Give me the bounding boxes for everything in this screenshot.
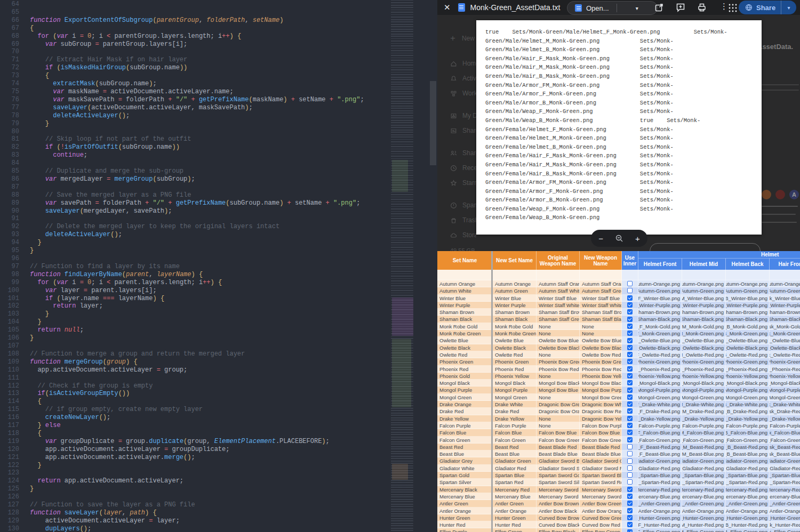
code-line[interactable]: 97// Function to find a layer by its nam… bbox=[0, 263, 391, 271]
cell[interactable]: Owlette Blue bbox=[437, 337, 493, 344]
cell[interactable]: Gladiator Sword Red bbox=[580, 465, 622, 472]
cell[interactable]: Hair_F_Mask_Gladiator-Green.png bbox=[770, 457, 800, 464]
cell[interactable]: Helmet_B_Beast-Red.png bbox=[726, 444, 770, 450]
cell[interactable]: Owlette Bow Red bbox=[580, 351, 622, 358]
cell[interactable]: Mongol Purple bbox=[493, 386, 537, 393]
code-line[interactable]: 128function saveLayer(layer, path) { bbox=[0, 509, 391, 517]
cell[interactable]: Antler Bow Orange bbox=[580, 507, 622, 514]
code-line[interactable]: 123 bbox=[0, 469, 391, 477]
cell[interactable]: Curved Bow Red bbox=[580, 521, 622, 528]
print-button[interactable] bbox=[697, 2, 707, 13]
add-comment-button[interactable] bbox=[675, 2, 686, 13]
cell[interactable]: Curved Bow Black bbox=[537, 521, 580, 528]
sidebar-item-my-drive[interactable]: My Drive bbox=[437, 112, 476, 119]
cell[interactable]: Helmet_B_Gladiator-Red.png bbox=[726, 465, 770, 472]
cell[interactable]: Helmet_B_Autumn-Green.png bbox=[726, 287, 770, 294]
cell[interactable]: None bbox=[537, 323, 580, 330]
use-inner-checkbox[interactable] bbox=[627, 494, 633, 499]
cell[interactable]: Curved Bow Brown bbox=[537, 514, 580, 521]
use-inner-checkbox[interactable] bbox=[627, 317, 633, 322]
code-line[interactable]: 86 var mergedLayer = mergeGroup(subGroup… bbox=[0, 175, 391, 183]
cell[interactable]: Hair_F_Mask_Drake-Red.png bbox=[770, 408, 800, 415]
code-line[interactable]: 100 var layer = parent.layers[i]; bbox=[0, 287, 391, 295]
code-line[interactable]: 119 var groupDuplicate = group.duplicate… bbox=[0, 438, 391, 446]
cell[interactable]: Spartan Red bbox=[493, 479, 537, 486]
cell[interactable]: Hair_F_Mask_Drake-White.png bbox=[770, 401, 800, 408]
cell[interactable]: Spartan Sword Silver bbox=[537, 479, 580, 486]
cell[interactable]: Hair_F_Mask_Drake-Yellow.png bbox=[770, 415, 800, 422]
sidebar-item-home[interactable]: Home bbox=[437, 60, 476, 67]
cell[interactable]: Phoenix Red bbox=[493, 366, 537, 373]
cell[interactable]: Hair_F_Mask_Mongol-Green.png bbox=[770, 394, 800, 401]
cell[interactable]: Helmet_M_Shaman-Black.png bbox=[682, 316, 726, 323]
cell[interactable]: Helmet_M_Antler-Orange.png bbox=[682, 507, 726, 514]
cell[interactable]: Owlette Bow Black bbox=[537, 344, 580, 351]
cell[interactable]: Helmet_F_Hunter-Green.png bbox=[638, 514, 682, 521]
code-line[interactable]: 76 var maskSavePath = folderPath + "/" +… bbox=[0, 96, 391, 104]
code-line[interactable]: 71 // Extract Hair Mask if on hair layer bbox=[0, 56, 391, 64]
code-line[interactable]: 83 continue; bbox=[0, 151, 391, 159]
cell[interactable]: Hair_F_Mask_Spartan-Blue.png bbox=[770, 472, 800, 479]
use-inner-checkbox[interactable] bbox=[627, 352, 633, 357]
cell[interactable]: Monk Robe Gold bbox=[493, 323, 537, 330]
cell[interactable]: Mongol Bow Blue bbox=[537, 386, 580, 393]
cell[interactable]: Helmet_B_Phoenix-Red.png bbox=[726, 366, 770, 373]
cell[interactable]: Hair_F_Mask_Phoenix-Red.png bbox=[770, 366, 800, 373]
cell[interactable]: Hair_F_Mask_Shaman-Brown.png bbox=[770, 309, 800, 316]
cell[interactable]: Phoenix Bow Red bbox=[537, 366, 580, 373]
cell[interactable] bbox=[726, 270, 770, 280]
cell[interactable]: Helmet_B_Winter-Blue.png bbox=[726, 295, 770, 302]
cell[interactable]: Mercenary Red bbox=[493, 486, 537, 493]
cell[interactable]: Shaman Black bbox=[493, 316, 537, 323]
code-line[interactable]: 66function ExportContentOfSubgroup(paren… bbox=[0, 17, 391, 25]
sidebar-item-storage[interactable]: Storage bbox=[437, 231, 476, 239]
cell[interactable]: Helmet_B_Monk-Gold.png bbox=[726, 323, 770, 330]
cell[interactable]: Helmet_F_Owlette-Blue.png bbox=[638, 337, 682, 344]
cell[interactable]: Helmet_M_Drake-Yellow.png bbox=[682, 415, 726, 422]
use-inner-checkbox[interactable] bbox=[627, 288, 633, 293]
cell[interactable]: Winter Staff Blue bbox=[580, 295, 622, 302]
cell[interactable] bbox=[682, 270, 726, 280]
cell[interactable]: Helmet_F_Elfen-Green.png bbox=[638, 528, 682, 532]
code-line[interactable]: 85 // Duplicate and merge the sub-group bbox=[0, 167, 391, 175]
cell[interactable]: Spartan Sword Gold bbox=[537, 472, 580, 479]
code-line[interactable]: 69 var subGroup = parentGroup.layers[i]; bbox=[0, 41, 391, 49]
share-dropdown-icon[interactable]: ▾ bbox=[781, 5, 796, 11]
cell[interactable] bbox=[437, 270, 493, 280]
use-inner-checkbox[interactable] bbox=[627, 388, 633, 393]
cell[interactable]: Helmet_B_Drake-Yellow.png bbox=[726, 415, 770, 422]
use-inner-checkbox[interactable] bbox=[627, 487, 633, 492]
code-line[interactable]: 104 } bbox=[0, 318, 391, 326]
cell[interactable]: Phoenix Bow Yellow bbox=[580, 373, 622, 380]
cell[interactable]: Helmet_F_Phoenix-Red.png bbox=[638, 366, 682, 373]
cell[interactable] bbox=[493, 270, 537, 280]
cell[interactable]: Hair_F_Mask_Phoenix-Green.png bbox=[770, 358, 800, 365]
use-inner-checkbox[interactable] bbox=[627, 408, 633, 414]
frozen-pane-divider[interactable] bbox=[491, 251, 493, 532]
code-line[interactable]: 89 var savePath = folderPath + "/" + get… bbox=[0, 199, 391, 207]
cell[interactable]: Helmet_M_Monk-Gold.png bbox=[682, 323, 726, 330]
cell[interactable]: Phoenix Green bbox=[493, 358, 537, 365]
cell[interactable]: Drake White bbox=[493, 401, 537, 408]
code-line[interactable]: 64 bbox=[0, 1, 391, 9]
cell[interactable]: Helmet_M_Mongol-Black.png bbox=[682, 380, 726, 386]
code-line[interactable]: 72 if (isMaskedHairGroup(subGroup.name)) bbox=[0, 64, 391, 72]
code-line[interactable]: 98function findLayerByName(parent, layer… bbox=[0, 271, 391, 279]
code-line[interactable]: 70 bbox=[0, 48, 391, 56]
cell[interactable]: None bbox=[537, 415, 580, 422]
cell[interactable]: Hair_F_Mask_Owlette-Blue.png bbox=[770, 337, 800, 344]
cell[interactable]: Helmet_B_Mercenary-Blue.png bbox=[726, 493, 770, 500]
code-line[interactable]: 93 deleteActiveLayer(); bbox=[0, 231, 391, 239]
cell[interactable]: Gladiator Red bbox=[493, 465, 537, 472]
cell[interactable]: Helmet_M_Owlette-Red.png bbox=[682, 351, 726, 358]
cell[interactable]: Gladiator Green bbox=[493, 457, 537, 464]
code-line[interactable]: 73 { bbox=[0, 72, 391, 80]
cell[interactable]: Helmet_M_Gladiator-Green.png bbox=[682, 457, 726, 464]
cell[interactable]: Helmet_F_Spartan-Blue.png bbox=[638, 472, 682, 479]
cell[interactable]: Beast Blade Blue bbox=[537, 450, 580, 457]
use-inner-checkbox[interactable] bbox=[627, 401, 633, 407]
cell[interactable]: Falcon Bow Blue bbox=[537, 429, 580, 436]
cell[interactable]: Helmet_F_Autumn-Orange.png bbox=[638, 280, 682, 287]
cell[interactable]: Autumn Staff Orange bbox=[537, 280, 580, 287]
cell[interactable]: Mongol Bow Black bbox=[580, 380, 622, 386]
